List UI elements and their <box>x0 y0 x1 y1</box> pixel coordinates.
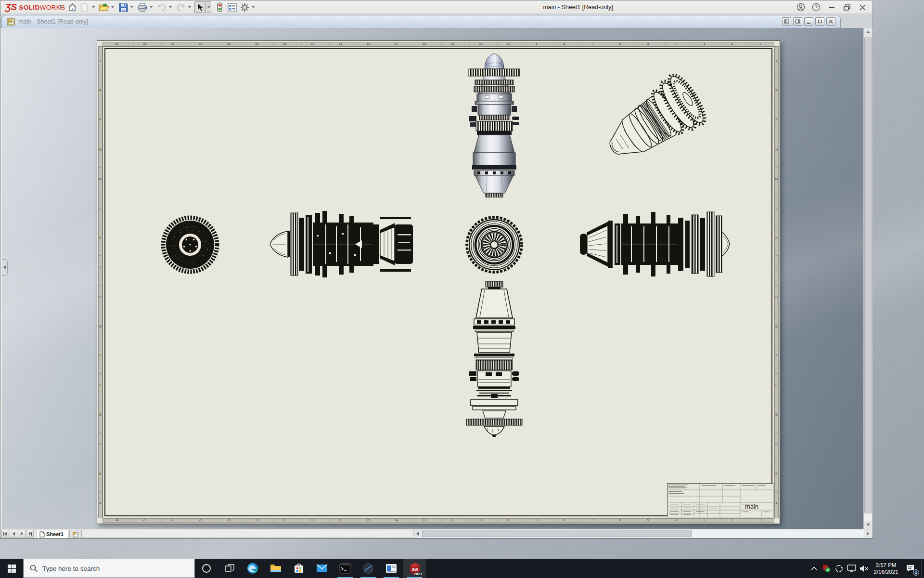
hexagon-app-icon <box>362 563 374 574</box>
next-sheet-button[interactable] <box>18 530 26 538</box>
file-explorer-button[interactable] <box>264 559 287 578</box>
scroll-up-button[interactable] <box>864 28 872 36</box>
add-sheet-button[interactable] <box>69 530 82 538</box>
zone-label: 22 <box>161 43 184 46</box>
zone-label: B <box>775 462 778 486</box>
options-list-icon <box>228 3 237 12</box>
mail-button[interactable] <box>310 559 334 578</box>
zone-label: K <box>99 226 102 250</box>
home-button[interactable] <box>66 1 78 13</box>
taskbar-search[interactable]: Type here to search <box>23 559 195 578</box>
doc-restore-button[interactable] <box>815 17 824 26</box>
settings-dropdown[interactable] <box>251 1 256 13</box>
tray-expand-button[interactable] <box>808 559 820 578</box>
hexagon-app-button[interactable] <box>357 559 380 578</box>
doc-minimize-button[interactable] <box>804 17 813 26</box>
close-button[interactable] <box>856 1 869 13</box>
sheet-tab-active[interactable]: Sheet1 <box>37 530 68 538</box>
undo-dropdown[interactable] <box>168 1 173 13</box>
windows-start-icon <box>8 565 16 573</box>
scroll-right-button[interactable] <box>864 529 872 538</box>
account-icon <box>796 3 805 12</box>
vertical-scroll-thumb[interactable] <box>864 37 872 513</box>
display-tray-icon[interactable] <box>845 559 858 578</box>
horizontal-scrollbar[interactable] <box>413 529 872 538</box>
zone-label: 2 <box>721 519 744 522</box>
graphics-viewport[interactable]: 242322212019181716151413121110987654321 … <box>2 28 864 529</box>
new-document-button[interactable] <box>79 1 90 13</box>
pane-left-button[interactable] <box>782 17 791 26</box>
menu-expand-icon[interactable] <box>60 4 63 9</box>
new-document-dropdown[interactable] <box>91 1 96 13</box>
undo-button[interactable] <box>156 1 167 13</box>
zone-ruler-bottom: 242322212019181716151413121110987654321 <box>103 518 774 523</box>
volume-tray-icon[interactable] <box>858 559 870 578</box>
undo-icon <box>157 3 167 11</box>
settings-button[interactable] <box>239 1 250 13</box>
edge-button[interactable] <box>241 559 264 578</box>
start-button[interactable] <box>0 559 23 578</box>
doc-close-icon <box>829 19 833 24</box>
first-sheet-button[interactable] <box>1 530 9 538</box>
window-app-button[interactable] <box>380 559 403 578</box>
open-dropdown[interactable] <box>110 1 115 13</box>
show-desktop-button[interactable] <box>921 559 924 578</box>
vertical-scrollbar[interactable] <box>863 28 872 529</box>
drawing-view-isometric[interactable] <box>594 74 713 171</box>
drawing-sheet[interactable]: 242322212019181716151413121110987654321 … <box>97 40 780 524</box>
options-list-button[interactable] <box>226 1 238 13</box>
volume-muted-icon <box>860 565 869 572</box>
drawing-view-back[interactable] <box>463 214 525 276</box>
open-button[interactable] <box>98 1 110 13</box>
first-sheet-icon <box>4 532 7 536</box>
scroll-down-icon <box>866 524 870 526</box>
minimize-button[interactable] <box>825 1 838 13</box>
drawing-view-top[interactable] <box>458 51 530 197</box>
last-sheet-button[interactable] <box>26 530 34 538</box>
redo-button[interactable] <box>175 1 187 13</box>
save-button[interactable] <box>117 1 129 13</box>
task-view-button[interactable] <box>218 559 241 578</box>
solidworks-taskbar-button[interactable]: SW 2021 <box>403 559 426 578</box>
last-sheet-icon <box>29 532 31 536</box>
print-dropdown[interactable] <box>149 1 154 13</box>
cortana-button[interactable] <box>195 559 218 578</box>
scroll-left-button[interactable] <box>413 529 422 538</box>
store-button[interactable] <box>287 559 310 578</box>
title-block[interactable]: main <box>667 483 773 517</box>
solidworks-monitor-tray-icon[interactable] <box>820 559 833 578</box>
zone-label: H <box>775 285 778 309</box>
sheet-tab-strip <box>82 529 413 538</box>
doc-close-button[interactable] <box>826 17 835 26</box>
drawing-view-bottom[interactable] <box>459 280 529 439</box>
horizontal-scroll-thumb[interactable] <box>422 530 692 537</box>
help-button[interactable]: ? <box>810 1 822 13</box>
drawing-view-side-left[interactable] <box>269 210 416 278</box>
restore-button[interactable] <box>841 1 853 13</box>
document-tab[interactable]: main - Sheet1 [Read-only] <box>1 15 841 28</box>
pane-right-button[interactable] <box>793 17 802 26</box>
print-button[interactable] <box>137 1 148 13</box>
select-tool-button[interactable] <box>194 1 206 13</box>
snip-tray-icon[interactable] <box>833 559 845 578</box>
notification-center-button[interactable]: 2 <box>902 559 918 578</box>
terminal-button[interactable] <box>334 559 357 578</box>
traffic-light-button[interactable] <box>214 1 225 13</box>
zone-label: 11 <box>469 43 491 46</box>
account-button[interactable] <box>795 1 807 13</box>
drawing-view-front[interactable] <box>159 214 221 276</box>
taskbar-clock[interactable]: 3:57 PM 2/16/2021 <box>870 562 902 575</box>
add-sheet-icon <box>72 531 79 538</box>
drawing-view-side-right[interactable] <box>579 210 731 278</box>
scroll-down-button[interactable] <box>864 521 872 529</box>
zone-label: 18 <box>273 43 296 46</box>
redo-dropdown[interactable] <box>187 1 192 13</box>
save-dropdown[interactable] <box>129 1 134 13</box>
zone-label: 6 <box>609 43 631 46</box>
collapsed-panel-handle[interactable] <box>2 259 8 276</box>
select-tool-dropdown[interactable] <box>206 1 211 13</box>
previous-sheet-icon <box>13 532 15 536</box>
previous-sheet-button[interactable] <box>10 530 17 538</box>
zone-label: R <box>775 79 778 102</box>
zone-label: F <box>775 344 778 368</box>
